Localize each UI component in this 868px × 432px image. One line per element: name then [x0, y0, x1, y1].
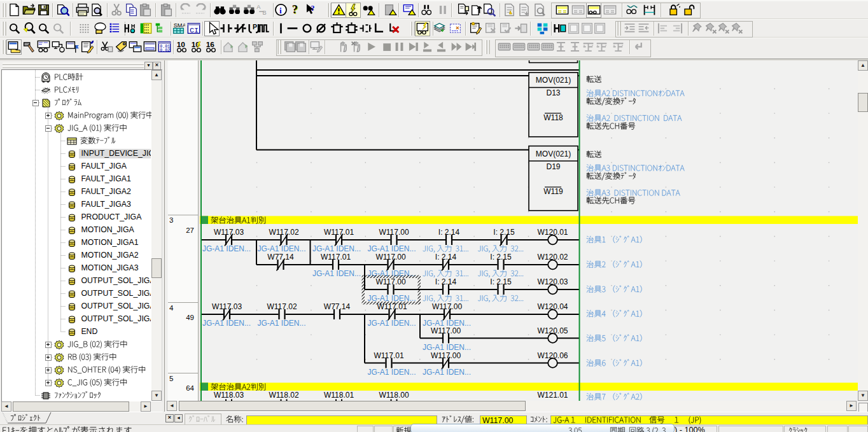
svg-text:W120.01: W120.01 [537, 228, 568, 237]
svg-text:I: 2.14: I: 2.14 [435, 253, 457, 261]
svg-text:W120.05: W120.05 [537, 326, 568, 335]
svg-text:W117.03: W117.03 [212, 302, 242, 311]
svg-text:64: 64 [186, 384, 194, 392]
svg-text:W120.03: W120.03 [537, 277, 568, 286]
svg-text:W117.00: W117.00 [379, 228, 409, 237]
svg-text:W121.01: W121.01 [537, 391, 568, 400]
svg-text:W117.00: W117.00 [375, 253, 405, 261]
svg-text:W117.01: W117.01 [374, 351, 403, 360]
svg-text:W119: W119 [543, 187, 563, 196]
svg-text:W118: W118 [543, 113, 563, 122]
svg-text:W120.02: W120.02 [537, 253, 568, 261]
svg-text:JG-A1 IDEN...: JG-A1 IDEN... [258, 244, 306, 253]
svg-text:49: 49 [186, 314, 194, 321]
svg-text:W117.00: W117.00 [431, 326, 461, 335]
svg-text:W77.14: W77.14 [267, 253, 294, 261]
svg-text:I: 2.14: I: 2.14 [435, 277, 457, 286]
svg-text:CI: CI [189, 26, 198, 35]
svg-text:10: 10 [176, 40, 185, 49]
svg-text:JG-A1 IDEN...: JG-A1 IDEN... [202, 319, 251, 328]
svg-text:JG-A1 IDEN...: JG-A1 IDEN... [312, 244, 361, 253]
svg-text:?: ? [291, 3, 297, 16]
svg-text:SMA: SMA [173, 22, 185, 29]
svg-text:JG-A1 IDEN...: JG-A1 IDEN... [423, 368, 471, 377]
svg-text:I: 2.15: I: 2.15 [490, 253, 512, 261]
svg-text:W118.01: W118.01 [324, 391, 354, 400]
svg-text:W118.02: W118.02 [269, 391, 298, 400]
svg-text:W117.03: W117.03 [214, 228, 244, 237]
svg-text:JG-A1 IDEN...: JG-A1 IDEN... [368, 294, 416, 303]
svg-text:JG-A1 IDEN...: JG-A1 IDEN... [202, 244, 251, 253]
svg-text:W117.00: W117.00 [431, 351, 461, 360]
svg-text:MOV(021): MOV(021) [536, 150, 571, 158]
svg-text:I: 2.15: I: 2.15 [493, 228, 515, 237]
svg-text:27: 27 [186, 226, 194, 234]
svg-text:W120.06: W120.06 [537, 351, 568, 360]
svg-text:D13: D13 [546, 88, 560, 97]
svg-text:JG-A1 IDEN...: JG-A1 IDEN... [258, 319, 306, 328]
svg-text:JG-A1 IDEN...: JG-A1 IDEN... [368, 368, 416, 377]
svg-text:W77.14: W77.14 [324, 302, 351, 311]
svg-text:I: 2.14: I: 2.14 [438, 228, 460, 237]
svg-text:W120.04: W120.04 [537, 302, 568, 311]
svg-text:W117.02: W117.02 [269, 228, 298, 237]
svg-text:3: 3 [169, 216, 173, 224]
svg-text:A: A [256, 4, 261, 10]
svg-text:W117.02: W117.02 [267, 302, 297, 311]
svg-text:W117.01: W117.01 [321, 253, 351, 261]
svg-text:W117.00: W117.00 [375, 277, 405, 286]
svg-text:I: 2.15: I: 2.15 [490, 277, 512, 286]
svg-text:4: 4 [169, 304, 174, 312]
svg-text:W118.03: W118.03 [214, 391, 244, 400]
svg-text:B: B [262, 10, 266, 16]
svg-text:i: i [279, 6, 281, 15]
svg-text:JG-A1 IDEN...: JG-A1 IDEN... [423, 343, 471, 352]
svg-text:JG-A1 IDEN...: JG-A1 IDEN... [368, 319, 416, 328]
svg-text:MOV(021): MOV(021) [536, 76, 571, 85]
svg-text:W117.01: W117.01 [324, 228, 354, 237]
svg-text:?: ? [311, 4, 314, 13]
svg-text:W117.01: W117.01 [377, 302, 407, 311]
svg-text:5: 5 [169, 375, 173, 382]
svg-text:W117.00: W117.00 [432, 302, 462, 311]
svg-text:JG-A1 IDEN...: JG-A1 IDEN... [312, 269, 361, 278]
svg-text:W118.00: W118.00 [379, 391, 409, 400]
svg-text:D19: D19 [546, 162, 560, 171]
svg-text:JG-A1 IDEN...: JG-A1 IDEN... [368, 244, 416, 253]
svg-text:16: 16 [206, 40, 214, 49]
